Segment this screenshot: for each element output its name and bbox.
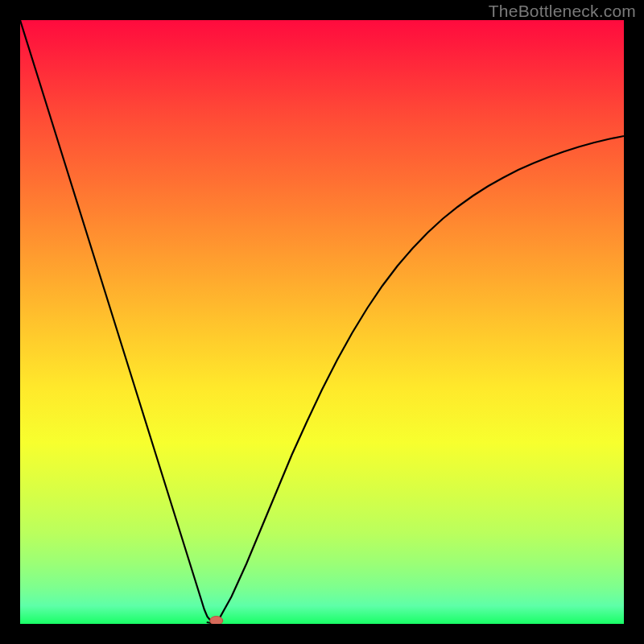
- watermark-text: TheBottleneck.com: [489, 2, 636, 21]
- curve-left-branch: [20, 20, 217, 624]
- curve-layer: [20, 20, 624, 624]
- valley-marker-icon: [210, 617, 223, 625]
- curve-right-branch: [217, 136, 624, 624]
- chart-frame: TheBottleneck.com: [0, 0, 644, 644]
- plot-area: [20, 20, 624, 624]
